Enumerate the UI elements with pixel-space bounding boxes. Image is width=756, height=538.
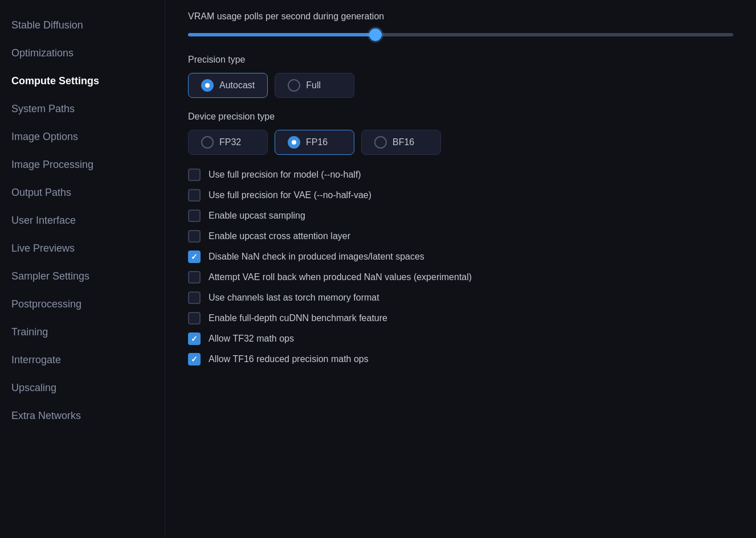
device-option-bf16[interactable]: BF16 bbox=[361, 130, 441, 155]
radio-label-full: Full bbox=[306, 80, 321, 91]
checkbox-tf32-math[interactable]: Allow TF32 math ops bbox=[188, 332, 733, 345]
precision-option-full[interactable]: Full bbox=[275, 73, 354, 98]
checkbox-box-disable-nan bbox=[188, 250, 201, 263]
checkbox-no-half-vae[interactable]: Use full precision for VAE (--no-half-va… bbox=[188, 189, 733, 202]
checkbox-no-half[interactable]: Use full precision for model (--no-half) bbox=[188, 169, 733, 181]
radio-label-autocast: Autocast bbox=[219, 80, 255, 91]
radio-circle-device-bf16 bbox=[374, 136, 387, 149]
checkbox-label-tf32-math: Allow TF32 math ops bbox=[209, 334, 294, 344]
checkbox-box-channels-last bbox=[188, 291, 201, 304]
device-radio-group: FP32FP16BF16 bbox=[188, 130, 733, 155]
checkbox-label-disable-nan: Disable NaN check in produced images/lat… bbox=[209, 252, 424, 262]
device-option-fp32[interactable]: FP32 bbox=[188, 130, 268, 155]
precision-option-autocast[interactable]: Autocast bbox=[188, 73, 268, 98]
checkbox-box-upcast-attention bbox=[188, 230, 201, 243]
sidebar-item-stable-diffusion[interactable]: Stable Diffusion bbox=[0, 11, 165, 39]
sidebar: Stable DiffusionOptimizationsCompute Set… bbox=[0, 0, 165, 538]
sidebar-item-postprocessing[interactable]: Postprocessing bbox=[0, 290, 165, 318]
sidebar-item-live-previews[interactable]: Live Previews bbox=[0, 235, 165, 262]
checkboxes-section: Use full precision for model (--no-half)… bbox=[188, 169, 733, 365]
checkbox-box-no-half-vae bbox=[188, 189, 201, 202]
precision-radio-group: AutocastFull bbox=[188, 73, 733, 98]
checkbox-cudnn-benchmark[interactable]: Enable full-depth cuDNN benchmark featur… bbox=[188, 312, 733, 325]
sidebar-item-image-options[interactable]: Image Options bbox=[0, 123, 165, 151]
sidebar-item-optimizations[interactable]: Optimizations bbox=[0, 39, 165, 67]
checkbox-label-cudnn-benchmark: Enable full-depth cuDNN benchmark featur… bbox=[209, 313, 387, 323]
checkbox-upcast-attention[interactable]: Enable upcast cross attention layer bbox=[188, 230, 733, 243]
checkbox-label-channels-last: Use channels last as torch memory format bbox=[209, 293, 379, 303]
sidebar-item-extra-networks[interactable]: Extra Networks bbox=[0, 402, 165, 430]
checkbox-channels-last[interactable]: Use channels last as torch memory format bbox=[188, 291, 733, 304]
checkbox-label-no-half: Use full precision for model (--no-half) bbox=[209, 170, 361, 180]
sidebar-item-system-paths[interactable]: System Paths bbox=[0, 95, 165, 123]
precision-type-label: Precision type bbox=[188, 55, 733, 65]
sidebar-item-output-paths[interactable]: Output Paths bbox=[0, 179, 165, 207]
checkbox-box-no-half bbox=[188, 169, 201, 181]
checkbox-label-no-half-vae: Use full precision for VAE (--no-half-va… bbox=[209, 190, 371, 200]
checkbox-box-cudnn-benchmark bbox=[188, 312, 201, 325]
vram-slider[interactable] bbox=[188, 33, 733, 36]
vram-slider-section: VRAM usage polls per second during gener… bbox=[188, 11, 733, 39]
checkbox-tf16-precision[interactable]: Allow TF16 reduced precision math ops bbox=[188, 353, 733, 365]
sidebar-item-training[interactable]: Training bbox=[0, 318, 165, 346]
radio-circle-device-fp16 bbox=[288, 136, 300, 149]
checkbox-box-vae-rollback bbox=[188, 271, 201, 284]
radio-label-device-fp16: FP16 bbox=[306, 137, 328, 147]
radio-label-device-bf16: BF16 bbox=[393, 137, 414, 147]
checkbox-box-tf32-math bbox=[188, 332, 201, 345]
sidebar-item-interrogate[interactable]: Interrogate bbox=[0, 346, 165, 374]
checkbox-label-tf16-precision: Allow TF16 reduced precision math ops bbox=[209, 354, 369, 364]
radio-circle-autocast bbox=[201, 79, 214, 92]
device-precision-section: Device precision type FP32FP16BF16 bbox=[188, 112, 733, 155]
radio-circle-full bbox=[288, 79, 300, 92]
main-content: VRAM usage polls per second during gener… bbox=[165, 0, 756, 538]
checkbox-label-vae-rollback: Attempt VAE roll back when produced NaN … bbox=[209, 272, 472, 282]
sidebar-item-sampler-settings[interactable]: Sampler Settings bbox=[0, 262, 165, 290]
sidebar-item-user-interface[interactable]: User Interface bbox=[0, 207, 165, 235]
checkbox-upcast-sampling[interactable]: Enable upcast sampling bbox=[188, 210, 733, 222]
checkbox-box-upcast-sampling bbox=[188, 210, 201, 222]
sidebar-item-compute-settings[interactable]: Compute Settings bbox=[0, 67, 165, 95]
radio-label-device-fp32: FP32 bbox=[219, 137, 241, 147]
sidebar-item-upscaling[interactable]: Upscaling bbox=[0, 374, 165, 402]
device-precision-label: Device precision type bbox=[188, 112, 733, 122]
device-option-fp16[interactable]: FP16 bbox=[275, 130, 354, 155]
precision-type-section: Precision type AutocastFull bbox=[188, 55, 733, 98]
checkbox-disable-nan[interactable]: Disable NaN check in produced images/lat… bbox=[188, 250, 733, 263]
checkbox-label-upcast-attention: Enable upcast cross attention layer bbox=[209, 231, 350, 241]
radio-circle-device-fp32 bbox=[201, 136, 214, 149]
checkbox-box-tf16-precision bbox=[188, 353, 201, 365]
checkbox-vae-rollback[interactable]: Attempt VAE roll back when produced NaN … bbox=[188, 271, 733, 284]
sidebar-item-image-processing[interactable]: Image Processing bbox=[0, 151, 165, 179]
vram-label: VRAM usage polls per second during gener… bbox=[188, 11, 733, 22]
checkbox-label-upcast-sampling: Enable upcast sampling bbox=[209, 211, 305, 221]
